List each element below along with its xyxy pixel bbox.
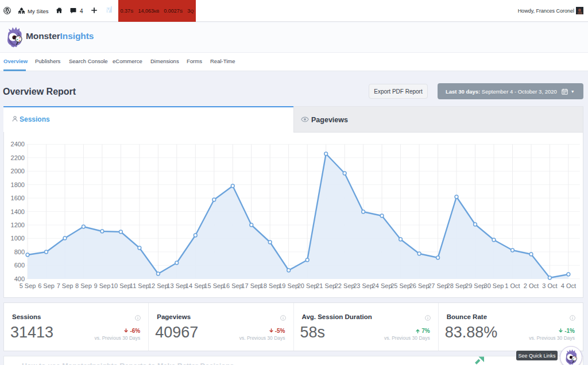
svg-text:5 Sep: 5 Sep [20, 282, 36, 289]
svg-text:600: 600 [14, 262, 25, 269]
svg-text:8 Sep: 8 Sep [75, 282, 92, 289]
svg-text:6 Sep: 6 Sep [38, 282, 55, 289]
svg-text:400: 400 [14, 275, 25, 282]
svg-text:14 Sep: 14 Sep [185, 282, 206, 289]
svg-text:10 Sep: 10 Sep [111, 282, 131, 289]
svg-text:1 Oct: 1 Oct [505, 282, 520, 289]
svg-text:15 Sep: 15 Sep [204, 282, 224, 289]
svg-text:22 Sep: 22 Sep [335, 282, 355, 289]
svg-text:26 Sep: 26 Sep [409, 282, 430, 289]
svg-text:29 Sep: 29 Sep [465, 282, 485, 289]
svg-text:2400: 2400 [11, 141, 25, 147]
svg-text:3 Oct: 3 Oct [542, 282, 557, 289]
svg-text:2000: 2000 [11, 168, 25, 174]
svg-text:1400: 1400 [11, 208, 25, 215]
svg-text:13 Sep: 13 Sep [167, 282, 187, 289]
svg-text:1800: 1800 [11, 181, 25, 188]
svg-text:1200: 1200 [11, 222, 25, 228]
svg-text:1600: 1600 [11, 195, 25, 201]
svg-text:18 Sep: 18 Sep [260, 282, 280, 289]
svg-text:28 Sep: 28 Sep [447, 282, 467, 289]
svg-text:2 Oct: 2 Oct [524, 282, 539, 289]
svg-text:9 Sep: 9 Sep [94, 282, 111, 289]
svg-text:27 Sep: 27 Sep [428, 282, 448, 289]
svg-text:12 Sep: 12 Sep [148, 282, 168, 289]
svg-text:30 Sep: 30 Sep [484, 282, 504, 289]
svg-text:7 Sep: 7 Sep [57, 282, 74, 289]
svg-text:17 Sep: 17 Sep [241, 282, 261, 289]
svg-text:800: 800 [14, 248, 25, 255]
svg-text:23 Sep: 23 Sep [353, 282, 373, 289]
svg-text:25 Sep: 25 Sep [390, 282, 411, 289]
svg-text:1000: 1000 [11, 235, 25, 242]
svg-text:11 Sep: 11 Sep [130, 282, 149, 289]
svg-text:21 Sep: 21 Sep [316, 282, 336, 289]
svg-text:19 Sep: 19 Sep [278, 282, 299, 289]
svg-text:4 Oct: 4 Oct [561, 282, 576, 289]
svg-text:24 Sep: 24 Sep [372, 282, 392, 289]
svg-text:2200: 2200 [11, 154, 25, 161]
svg-text:20 Sep: 20 Sep [297, 282, 318, 289]
svg-text:16 Sep: 16 Sep [223, 282, 243, 289]
